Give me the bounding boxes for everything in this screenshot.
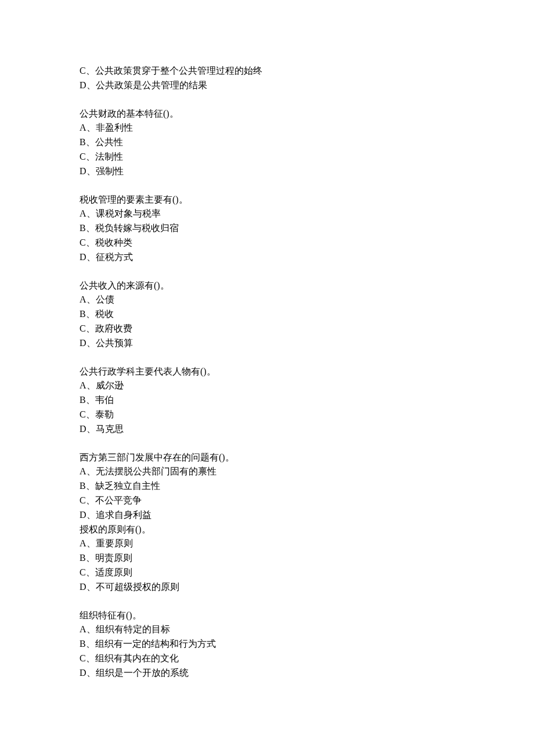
option-a: A、无法摆脱公共部门固有的禀性 — [80, 465, 454, 479]
question-stem: 授权的原则有()。 — [80, 523, 454, 537]
question-7: 组织特征有()。 A、组织有特定的目标 B、组织有一定的结构和行为方式 C、组织… — [80, 609, 454, 681]
option-b: B、韦伯 — [80, 393, 454, 408]
option-c: C、法制性 — [80, 150, 454, 164]
option-d: D、马克思 — [80, 422, 454, 437]
question-1: 公共财政的基本特征()。 A、非盈利性 B、公共性 C、法制性 D、强制性 — [80, 107, 454, 179]
option-d: D、组织是一个开放的系统 — [80, 666, 454, 681]
option-a: A、组织有特定的目标 — [80, 622, 454, 637]
option-b: B、组织有一定的结构和行为方式 — [80, 637, 454, 651]
option-a: A、课税对象与税率 — [80, 207, 454, 221]
option-b: B、公共性 — [80, 135, 454, 150]
option-a: A、重要原则 — [80, 537, 454, 551]
question-3: 公共收入的来源有()。 A、公债 B、税收 C、政府收费 D、公共预算 — [80, 279, 454, 351]
question-6: 授权的原则有()。 A、重要原则 B、明责原则 C、适度原则 D、不可超级授权的… — [80, 523, 454, 595]
option-d: D、公共政策是公共管理的结果 — [80, 78, 454, 93]
question-stem: 公共行政学科主要代表人物有()。 — [80, 365, 454, 379]
option-c: C、适度原则 — [80, 566, 454, 580]
option-d: D、强制性 — [80, 164, 454, 179]
option-d: D、追求自身利益 — [80, 508, 454, 523]
question-stem: 税收管理的要素主要有()。 — [80, 193, 454, 207]
question-stem: 组织特征有()。 — [80, 609, 454, 623]
option-c: C、组织有其内在的文化 — [80, 651, 454, 666]
option-c: C、泰勒 — [80, 408, 454, 422]
option-c: C、税收种类 — [80, 236, 454, 250]
option-d: D、公共预算 — [80, 336, 454, 351]
question-2: 税收管理的要素主要有()。 A、课税对象与税率 B、税负转嫁与税收归宿 C、税收… — [80, 193, 454, 265]
option-c: C、政府收费 — [80, 322, 454, 336]
option-b: B、缺乏独立自主性 — [80, 479, 454, 494]
question-stem: 公共财政的基本特征()。 — [80, 107, 454, 121]
option-a: A、公债 — [80, 293, 454, 307]
option-c: C、公共政策贯穿于整个公共管理过程的始终 — [80, 64, 454, 78]
option-b: B、明责原则 — [80, 551, 454, 566]
question-stem: 公共收入的来源有()。 — [80, 279, 454, 293]
option-a: A、威尔逊 — [80, 379, 454, 393]
option-b: B、税负转嫁与税收归宿 — [80, 221, 454, 236]
option-d: D、征税方式 — [80, 250, 454, 265]
continuation-block: C、公共政策贯穿于整个公共管理过程的始终 D、公共政策是公共管理的结果 — [80, 64, 454, 93]
option-b: B、税收 — [80, 307, 454, 322]
question-stem: 西方第三部门发展中存在的问题有()。 — [80, 451, 454, 465]
option-d: D、不可超级授权的原则 — [80, 580, 454, 595]
option-a: A、非盈利性 — [80, 121, 454, 135]
question-4: 公共行政学科主要代表人物有()。 A、威尔逊 B、韦伯 C、泰勒 D、马克思 — [80, 365, 454, 437]
option-c: C、不公平竞争 — [80, 494, 454, 508]
question-5: 西方第三部门发展中存在的问题有()。 A、无法摆脱公共部门固有的禀性 B、缺乏独… — [80, 451, 454, 523]
